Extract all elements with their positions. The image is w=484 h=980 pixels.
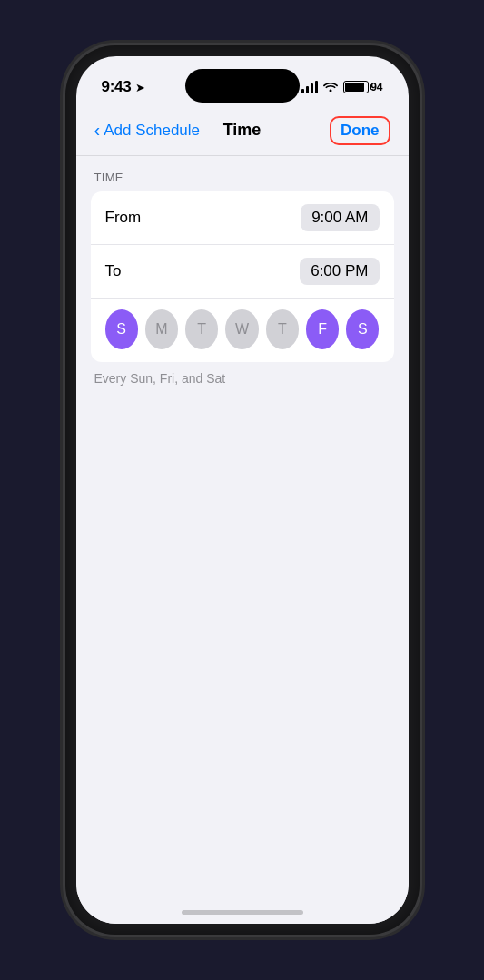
content-area: TIME From 9:00 AM To 6:00 PM S M	[76, 156, 409, 924]
to-value[interactable]: 6:00 PM	[300, 258, 379, 285]
day-sunday[interactable]: S	[105, 309, 138, 349]
done-button[interactable]: Done	[330, 116, 390, 145]
day-saturday[interactable]: S	[346, 309, 379, 349]
wifi-icon	[323, 80, 338, 94]
day-tuesday[interactable]: T	[185, 309, 218, 349]
status-time: 9:43	[102, 78, 132, 96]
days-container: S M T W T F S	[105, 309, 380, 349]
day-wednesday[interactable]: W	[225, 309, 258, 349]
to-row[interactable]: To 6:00 PM	[91, 245, 394, 299]
back-button[interactable]: ‹ Add Schedule	[94, 121, 201, 141]
to-label: To	[105, 262, 122, 280]
back-label: Add Schedule	[104, 122, 200, 140]
phone-frame: 9:43 ➤	[65, 45, 420, 935]
day-thursday[interactable]: T	[266, 309, 299, 349]
day-monday[interactable]: M	[145, 309, 178, 349]
chevron-left-icon: ‹	[94, 120, 101, 141]
day-friday[interactable]: F	[306, 309, 339, 349]
battery-icon: 94	[343, 81, 382, 93]
time-card: From 9:00 AM To 6:00 PM S M T W T	[91, 191, 394, 362]
nav-bar: ‹ Add Schedule Time Done	[76, 105, 409, 156]
home-indicator	[182, 910, 303, 915]
days-row: S M T W T F S	[91, 299, 394, 362]
location-icon: ➤	[135, 81, 145, 94]
signal-icon	[301, 81, 318, 93]
page-title: Time	[223, 121, 262, 140]
battery-percent: 94	[370, 81, 382, 93]
phone-screen: 9:43 ➤	[76, 56, 409, 924]
status-icons: 94	[301, 80, 382, 94]
from-row[interactable]: From 9:00 AM	[91, 191, 394, 245]
from-value[interactable]: 9:00 AM	[301, 204, 379, 231]
schedule-description: Every Sun, Fri, and Sat	[76, 362, 409, 386]
dynamic-island	[185, 69, 300, 103]
section-header: TIME	[76, 156, 409, 191]
from-label: From	[105, 209, 142, 227]
